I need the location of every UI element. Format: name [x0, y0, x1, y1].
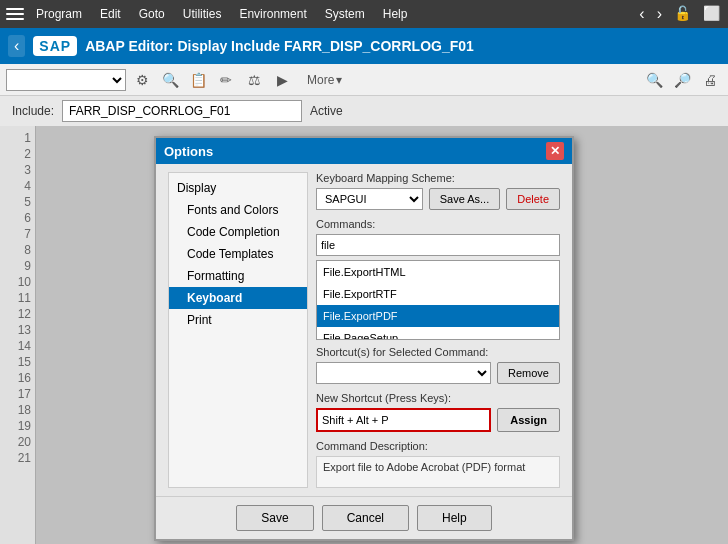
menu-help[interactable]: Help [375, 5, 416, 23]
shortcut-selected-label: Shortcut(s) for Selected Command: [316, 346, 560, 358]
more-chevron-icon: ▾ [336, 73, 342, 87]
commands-label: Commands: [316, 218, 560, 230]
options-tree: DisplayFonts and ColorsCode CompletionCo… [168, 172, 308, 488]
menu-edit[interactable]: Edit [92, 5, 129, 23]
back-button[interactable]: ‹ [8, 35, 25, 57]
menu-bar: Program Edit Goto Utilities Environment … [0, 0, 728, 28]
scheme-select[interactable]: SAPGUI [316, 188, 423, 210]
print-button[interactable]: 🖨 [698, 68, 722, 92]
options-dialog: Options ✕ DisplayFonts and ColorsCode Co… [154, 136, 574, 541]
main-content: 123456789101112131415161718192021 Option… [0, 126, 728, 544]
commands-row [316, 234, 560, 256]
more-button[interactable]: More ▾ [298, 70, 351, 90]
menu-utilities[interactable]: Utilities [175, 5, 230, 23]
cmd-desc-box: Export file to Adobe Acrobat (PDF) forma… [316, 456, 560, 488]
active-status: Active [310, 104, 343, 118]
help-button[interactable]: Help [417, 505, 492, 531]
dialog-footer: Save Cancel Help [156, 496, 572, 539]
dialog-body: DisplayFonts and ColorsCode CompletionCo… [156, 164, 572, 496]
toolbar-icon4[interactable]: ✏ [214, 68, 238, 92]
shortcut-row: Remove [316, 362, 560, 384]
menu-program[interactable]: Program [28, 5, 90, 23]
include-label: Include: [12, 104, 54, 118]
assign-button[interactable]: Assign [497, 408, 560, 432]
options-right-panel: Keyboard Mapping Scheme: SAPGUI Save As.… [316, 172, 560, 488]
toolbar-dropdown[interactable] [6, 69, 126, 91]
cmd-desc-label: Command Description: [316, 440, 560, 452]
find-button[interactable]: 🔍 [642, 68, 666, 92]
include-input[interactable] [62, 100, 302, 122]
toolbar-icon2[interactable]: 🔍 [158, 68, 182, 92]
command-list-item[interactable]: File.ExportHTML [317, 261, 559, 283]
find-next-button[interactable]: 🔎 [670, 68, 694, 92]
nav-forward-icon[interactable]: › [653, 5, 666, 23]
tree-item-display[interactable]: Display [169, 177, 307, 199]
toolbar-icon3[interactable]: 📋 [186, 68, 210, 92]
shortcut-select[interactable] [316, 362, 491, 384]
tree-item-fonts-and-colors[interactable]: Fonts and Colors [169, 199, 307, 221]
cancel-button[interactable]: Cancel [322, 505, 409, 531]
nav-back-icon[interactable]: ‹ [635, 5, 648, 23]
tree-item-formatting[interactable]: Formatting [169, 265, 307, 287]
command-list-item[interactable]: File.PageSetup [317, 327, 559, 340]
dialog-title-bar: Options ✕ [156, 138, 572, 164]
menu-environment[interactable]: Environment [231, 5, 314, 23]
command-list-item[interactable]: File.ExportRTF [317, 283, 559, 305]
tree-item-keyboard[interactable]: Keyboard [169, 287, 307, 309]
new-shortcut-label: New Shortcut (Press Keys): [316, 392, 560, 404]
command-list-item[interactable]: File.ExportPDF [317, 305, 559, 327]
toolbar-icon1[interactable]: ⚙ [130, 68, 154, 92]
title-bar: ‹ SAP ABAP Editor: Display Include FARR_… [0, 28, 728, 64]
tree-item-print[interactable]: Print [169, 309, 307, 331]
dialog-title: Options [164, 144, 213, 159]
dialog-close-button[interactable]: ✕ [546, 142, 564, 160]
toolbar: ⚙ 🔍 📋 ✏ ⚖ ▶ More ▾ 🔍 🔎 🖨 [0, 64, 728, 96]
more-label: More [307, 73, 334, 87]
include-row: Include: Active [0, 96, 728, 126]
lock-icon[interactable]: 🔓 [670, 5, 695, 23]
sap-logo: SAP [33, 36, 77, 56]
tree-item-code-templates[interactable]: Code Templates [169, 243, 307, 265]
page-title: ABAP Editor: Display Include FARR_DISP_C… [85, 38, 474, 54]
command-list[interactable]: File.ExportHTMLFile.ExportRTFFile.Export… [316, 260, 560, 340]
delete-button[interactable]: Delete [506, 188, 560, 210]
toolbar-icon6[interactable]: ▶ [270, 68, 294, 92]
new-shortcut-input[interactable] [316, 408, 491, 432]
maximize-icon[interactable]: ⬜ [699, 5, 724, 23]
scheme-row: SAPGUI Save As... Delete [316, 188, 560, 210]
save-button[interactable]: Save [236, 505, 313, 531]
remove-button[interactable]: Remove [497, 362, 560, 384]
keyboard-mapping-label: Keyboard Mapping Scheme: [316, 172, 560, 184]
tree-item-code-completion[interactable]: Code Completion [169, 221, 307, 243]
save-as-button[interactable]: Save As... [429, 188, 501, 210]
hamburger-menu[interactable] [4, 3, 26, 25]
menu-system[interactable]: System [317, 5, 373, 23]
toolbar-icon5[interactable]: ⚖ [242, 68, 266, 92]
new-shortcut-row: Assign [316, 408, 560, 432]
commands-filter-input[interactable] [316, 234, 560, 256]
dialog-overlay: Options ✕ DisplayFonts and ColorsCode Co… [0, 126, 728, 544]
menu-goto[interactable]: Goto [131, 5, 173, 23]
